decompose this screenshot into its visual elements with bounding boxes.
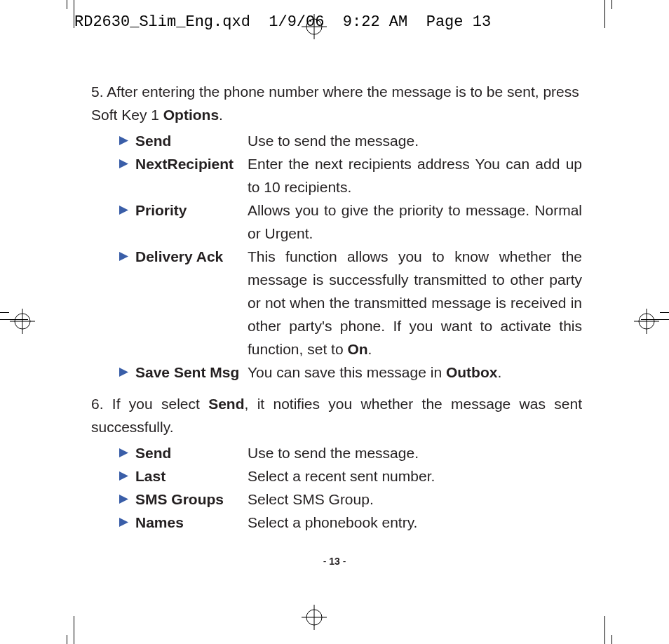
svg-marker-12 <box>119 136 128 145</box>
crop-mark <box>67 635 67 644</box>
option-desc: Use to send the message. <box>248 441 582 464</box>
svg-marker-17 <box>119 448 128 457</box>
page-number-value: 13 <box>329 556 340 567</box>
option-desc: Allows you to give the priority to messa… <box>248 199 582 245</box>
option-desc: Use to send the message. <box>248 129 582 152</box>
option-row: LastSelect a recent sent number. <box>119 464 582 488</box>
step-5-tail: . <box>219 107 223 123</box>
triangle-bullet-icon <box>119 136 128 145</box>
option-label: NextRecipient <box>135 152 248 175</box>
option-desc: You can save this message in Outbox. <box>248 361 582 384</box>
page-number: - 13 - <box>0 556 669 567</box>
option-row: SMS GroupsSelect SMS Group. <box>119 488 582 511</box>
svg-marker-14 <box>119 206 128 215</box>
registration-mark-icon <box>10 309 35 334</box>
option-desc-text: Select a recent sent number. <box>248 468 435 484</box>
registration-mark-icon <box>302 605 327 630</box>
step-5-options: SendUse to send the message.NextRecipien… <box>91 129 582 384</box>
option-label: Send <box>135 441 248 464</box>
triangle-bullet-icon <box>119 495 128 504</box>
triangle-bullet-icon <box>119 448 128 457</box>
option-desc: Select SMS Group. <box>248 488 582 511</box>
crop-mark <box>611 0 612 9</box>
crop-mark <box>0 312 9 313</box>
option-desc: Select a recent sent number. <box>248 464 582 488</box>
option-desc-text: Select a phonebook entry. <box>248 514 417 530</box>
option-row: Save Sent MsgYou can save this message i… <box>119 361 582 384</box>
option-row: SendUse to send the message. <box>119 441 582 464</box>
option-label: Names <box>135 511 248 534</box>
option-desc-text: . <box>497 364 501 380</box>
triangle-bullet-icon <box>119 518 128 527</box>
option-desc: This function allows you to know whether… <box>248 245 582 361</box>
option-row: NextRecipientEnter the next recipients a… <box>119 152 582 199</box>
option-row: SendUse to send the message. <box>119 129 582 152</box>
step-5: 5. After entering the phone number where… <box>91 80 582 126</box>
svg-marker-13 <box>119 159 128 168</box>
svg-marker-20 <box>119 518 128 527</box>
step-5-keyword: Options <box>163 107 219 123</box>
crop-mark <box>604 616 605 644</box>
option-label: Send <box>135 129 248 152</box>
crop-mark <box>74 616 74 644</box>
option-desc-text: Select SMS Group. <box>248 491 374 507</box>
option-desc-text: You can save this message in <box>248 364 446 380</box>
triangle-bullet-icon <box>119 159 128 168</box>
triangle-bullet-icon <box>119 368 128 377</box>
svg-marker-16 <box>119 368 128 377</box>
option-label: Last <box>135 464 248 488</box>
option-row: PriorityAllows you to give the priority … <box>119 199 582 245</box>
triangle-bullet-icon <box>119 252 128 261</box>
svg-marker-19 <box>119 495 128 504</box>
option-desc-bold: Outbox <box>446 364 498 380</box>
step-6: 6. If you select Send, it notifies you w… <box>91 392 582 438</box>
option-row: NamesSelect a phonebook entry. <box>119 511 582 534</box>
svg-marker-15 <box>119 252 128 261</box>
option-label: SMS Groups <box>135 488 248 511</box>
registration-mark-icon <box>634 309 659 334</box>
crop-mark <box>67 0 67 9</box>
crop-mark <box>604 0 605 28</box>
step-6-pre: 6. If you select <box>91 396 208 412</box>
option-desc-text: Enter the next recipients address You ca… <box>248 156 582 195</box>
option-desc-text: Use to send the message. <box>248 445 419 461</box>
option-row: Delivery AckThis function allows you to … <box>119 245 582 361</box>
crop-mark <box>611 635 612 644</box>
option-label: Delivery Ack <box>135 245 248 268</box>
triangle-bullet-icon <box>119 206 128 215</box>
option-desc: Enter the next recipients address You ca… <box>248 152 582 199</box>
svg-marker-18 <box>119 471 128 481</box>
option-desc-text: Use to send the message. <box>248 133 419 149</box>
option-desc-text: This function allows you to know whether… <box>248 248 582 357</box>
option-label: Priority <box>135 199 248 222</box>
step-6-keyword: Send <box>208 396 244 412</box>
option-desc-text: Allows you to give the priority to messa… <box>248 202 582 241</box>
crop-mark <box>660 312 669 313</box>
option-desc-text: . <box>368 341 372 357</box>
triangle-bullet-icon <box>119 471 128 481</box>
option-desc-bold: On <box>347 341 367 357</box>
option-desc: Select a phonebook entry. <box>248 511 582 534</box>
page-body: 5. After entering the phone number where… <box>91 80 582 534</box>
print-slug: RD2630_Slim_Eng.qxd 1/9/06 9:22 AM Page … <box>74 13 491 31</box>
step-6-options: SendUse to send the message.LastSelect a… <box>91 441 582 534</box>
option-label: Save Sent Msg <box>135 361 248 384</box>
